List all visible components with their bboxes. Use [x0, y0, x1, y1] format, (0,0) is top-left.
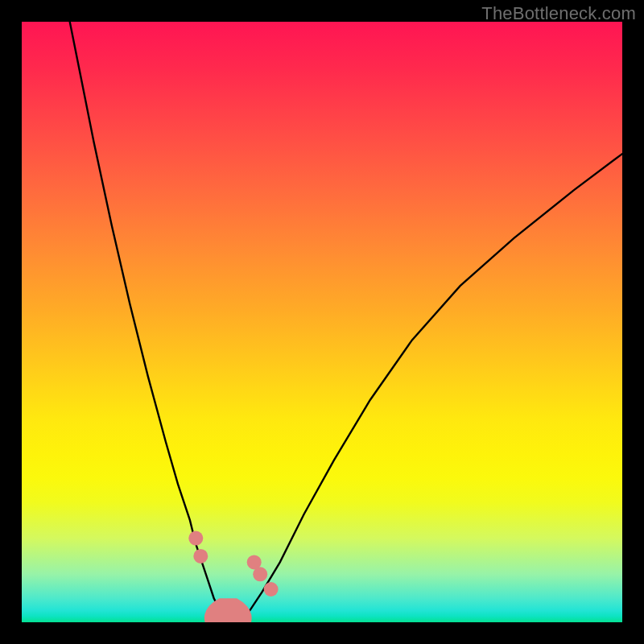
chart-svg: [22, 22, 622, 622]
plot-area: [22, 22, 622, 622]
watermark-text: TheBottleneck.com: [481, 3, 636, 24]
valley-fill: [204, 598, 252, 622]
bottleneck-curve: [70, 22, 622, 619]
curve-marker: [193, 549, 208, 564]
chart-frame: TheBottleneck.com: [0, 0, 644, 644]
curve-marker: [264, 582, 279, 597]
curve-marker: [253, 567, 267, 581]
curve-marker: [188, 531, 203, 546]
